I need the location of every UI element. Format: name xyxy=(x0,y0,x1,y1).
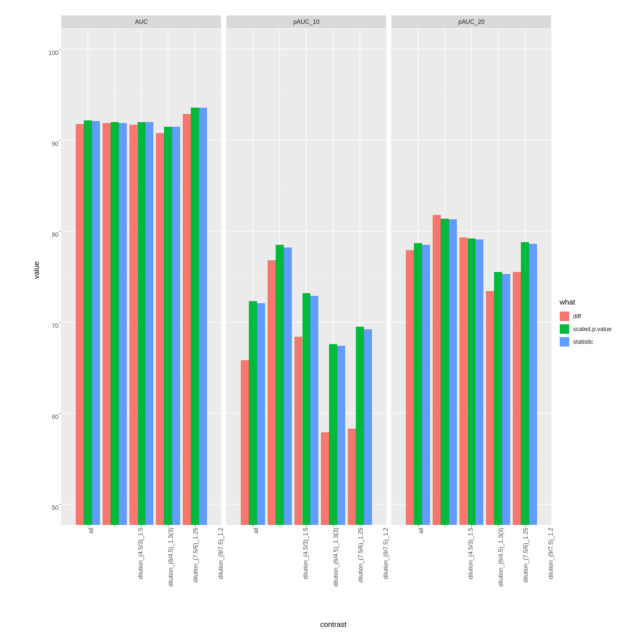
bar xyxy=(513,272,521,525)
bar xyxy=(138,122,146,525)
legend-swatch xyxy=(560,324,569,334)
bar xyxy=(441,219,449,525)
plot-panel xyxy=(61,29,221,525)
bar xyxy=(303,293,311,525)
x-tick-label: dilution_(4.5/3)_1.5 xyxy=(302,528,309,579)
x-axis-ticks: alldilution_(4.5/3)_1.5dilution_(6/4.5)_… xyxy=(391,525,551,619)
legend-key xyxy=(559,337,570,347)
facet-strip: AUC xyxy=(61,15,221,29)
bar xyxy=(284,248,292,525)
bar xyxy=(111,122,119,525)
x-tick-label: dilution_(6/4.5)_1.3(3) xyxy=(332,528,339,587)
facet-pAUC_20: pAUC_20alldilution_(4.5/3)_1.5dilution_(… xyxy=(391,15,551,619)
legend-item-statistic: statistic xyxy=(559,337,611,347)
bar xyxy=(521,242,529,525)
bar xyxy=(76,124,84,525)
plot-panel xyxy=(226,29,386,525)
bar xyxy=(406,250,414,525)
bar xyxy=(486,291,494,525)
legend-key xyxy=(559,324,570,334)
chart-root: value 5060708090100 AUCalldilution_(4.5/… xyxy=(7,7,637,637)
bar xyxy=(356,327,364,525)
bar xyxy=(310,296,318,525)
x-tick-mark xyxy=(141,525,142,527)
x-tick-label: dilution_(9/7.5)_1.2 xyxy=(382,528,389,579)
x-tick-mark xyxy=(445,525,445,527)
x-tick-label: dilution_(6/4.5)_1.3(3) xyxy=(497,528,504,587)
bar xyxy=(119,123,127,525)
bar xyxy=(529,244,537,525)
x-tick-mark xyxy=(168,525,168,527)
x-tick-mark xyxy=(253,525,253,527)
legend-label: statistic xyxy=(573,338,593,345)
x-axis-ticks: alldilution_(4.5/3)_1.5dilution_(6/4.5)_… xyxy=(226,525,386,619)
legend-title: what xyxy=(559,298,611,307)
x-tick-mark xyxy=(306,525,307,527)
bar xyxy=(276,245,284,525)
legend-label: diff xyxy=(573,313,581,320)
bar xyxy=(84,120,92,525)
x-tick-label: all xyxy=(88,528,95,534)
x-tick-mark xyxy=(333,525,333,527)
bar xyxy=(422,245,430,525)
x-tick-label: dilution_(7.5/6)_1.25 xyxy=(357,528,364,583)
chart-area: value 5060708090100 AUCalldilution_(4.5/… xyxy=(32,15,611,629)
bar xyxy=(241,360,249,525)
y-axis-ticks: 5060708090100 xyxy=(44,29,61,525)
x-axis-ticks: alldilution_(4.5/3)_1.5dilution_(6/4.5)_… xyxy=(61,525,221,619)
bar xyxy=(294,337,303,525)
legend-swatch xyxy=(560,337,569,346)
x-tick-mark xyxy=(115,525,115,527)
y-tick-label: 60 xyxy=(52,413,58,420)
bar xyxy=(433,215,441,525)
x-tick-label: dilution_(9/7.5)_1.2 xyxy=(547,528,554,579)
bar xyxy=(268,260,276,525)
bar xyxy=(502,274,510,525)
facet-strip: pAUC_10 xyxy=(226,15,386,29)
bar xyxy=(164,127,172,525)
x-axis-label: contrast xyxy=(72,620,595,629)
bar xyxy=(329,344,337,525)
bar xyxy=(92,121,100,525)
x-tick-mark xyxy=(418,525,418,527)
legend-item-scaled-p-value: scaled.p.value xyxy=(559,324,611,334)
y-tick-label: 100 xyxy=(48,50,58,57)
bar xyxy=(468,238,476,525)
plot-panel xyxy=(391,29,551,525)
bar xyxy=(257,303,265,525)
y-tick-label: 90 xyxy=(52,141,58,148)
x-tick-mark xyxy=(360,525,360,527)
legend-key xyxy=(559,311,570,321)
legend-items: diffscaled.p.valuestatistic xyxy=(559,311,611,347)
legend-label: scaled.p.value xyxy=(573,326,611,333)
bar xyxy=(103,123,111,525)
x-tick-label: dilution_(7.5/6)_1.25 xyxy=(522,528,529,583)
bar xyxy=(321,432,329,525)
bar xyxy=(475,239,483,525)
bar xyxy=(145,122,153,525)
bar xyxy=(414,243,422,525)
x-tick-mark xyxy=(88,525,88,527)
facets: AUCalldilution_(4.5/3)_1.5dilution_(6/4.… xyxy=(61,15,551,619)
y-tick-label: 50 xyxy=(52,504,58,511)
x-tick-label: dilution_(6/4.5)_1.3(3) xyxy=(167,528,174,587)
bar xyxy=(494,272,502,525)
x-tick-label: all xyxy=(253,528,260,534)
panels-row: value 5060708090100 AUCalldilution_(4.5/… xyxy=(32,15,611,619)
facet-AUC: AUCalldilution_(4.5/3)_1.5dilution_(6/4.… xyxy=(61,15,221,619)
x-tick-label: dilution_(7.5/6)_1.25 xyxy=(192,528,199,583)
bar xyxy=(129,125,138,525)
bar xyxy=(156,133,164,525)
bar xyxy=(172,127,180,525)
bar xyxy=(191,108,199,525)
y-axis: value 5060708090100 xyxy=(32,15,61,525)
x-tick-mark xyxy=(525,525,525,527)
y-tick-label: 80 xyxy=(52,231,58,238)
bar xyxy=(364,329,372,525)
legend: what diffscaled.p.valuestatistic xyxy=(559,298,611,350)
bar xyxy=(460,237,468,525)
legend-swatch xyxy=(560,312,569,321)
y-tick-label: 70 xyxy=(52,322,58,329)
facet-strip: pAUC_20 xyxy=(391,15,551,29)
bar xyxy=(348,429,356,525)
